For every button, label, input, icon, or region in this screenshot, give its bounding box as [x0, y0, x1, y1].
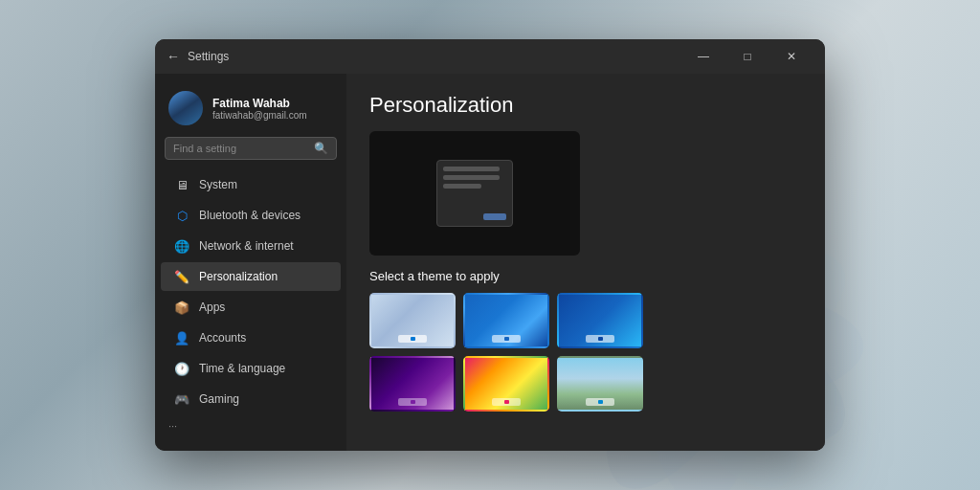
theme-card-dot [598, 337, 603, 341]
preview-window-mock [436, 160, 513, 227]
network-icon: 🌐 [174, 238, 189, 254]
window-controls: — □ ✕ [681, 39, 813, 74]
theme-preview [369, 131, 580, 256]
avatar-image [168, 91, 203, 125]
accounts-icon: 👤 [174, 330, 189, 345]
theme-card-1-img [371, 295, 454, 346]
window-title: Settings [188, 50, 681, 63]
preview-line-1 [443, 167, 500, 171]
sidebar-item-system-label: System [199, 178, 237, 191]
sidebar-item-bluetooth-label: Bluetooth & devices [199, 209, 301, 222]
sidebar-item-accounts[interactable]: 👤 Accounts [161, 323, 341, 352]
search-box[interactable]: 🔍 [165, 137, 337, 160]
search-icon: 🔍 [314, 142, 328, 155]
theme-card-6-bar [586, 398, 614, 406]
user-info: Fatima Wahab fatiwahab@gmail.com [212, 97, 307, 121]
titlebar: ← Settings — □ ✕ [155, 39, 825, 74]
minimize-button[interactable]: — [681, 39, 725, 74]
personalization-icon: ✏️ [174, 269, 189, 284]
theme-card-2[interactable] [463, 293, 549, 348]
sidebar-item-time[interactable]: 🕐 Time & language [161, 354, 341, 383]
search-input[interactable] [173, 143, 308, 154]
theme-card-3-bar [586, 335, 614, 343]
sidebar: Fatima Wahab fatiwahab@gmail.com 🔍 🖥 Sys… [155, 74, 346, 451]
apps-icon: 📦 [174, 300, 189, 315]
maximize-button[interactable]: □ [725, 39, 769, 74]
theme-card-6[interactable] [557, 356, 643, 412]
settings-window: ← Settings — □ ✕ Fatima Wahab fatiwahab@… [155, 39, 825, 451]
theme-card-dot [504, 400, 509, 404]
theme-card-5-img [465, 358, 547, 410]
theme-card-dot [411, 400, 415, 404]
preview-button-mock [483, 213, 506, 220]
theme-card-3-img [559, 295, 641, 346]
theme-card-6-img [559, 358, 641, 410]
sidebar-item-network[interactable]: 🌐 Network & internet [161, 232, 341, 260]
theme-card-3[interactable] [557, 293, 643, 348]
user-name: Fatima Wahab [212, 97, 307, 110]
content-area: Fatima Wahab fatiwahab@gmail.com 🔍 🖥 Sys… [155, 74, 825, 451]
sidebar-item-bluetooth[interactable]: ⬡ Bluetooth & devices [161, 201, 341, 230]
user-email: fatiwahab@gmail.com [212, 110, 307, 121]
close-button[interactable]: ✕ [769, 39, 813, 74]
bluetooth-icon: ⬡ [174, 208, 189, 223]
theme-card-dot [598, 400, 603, 404]
sidebar-item-apps[interactable]: 📦 Apps [161, 293, 341, 322]
sidebar-item-system[interactable]: 🖥 System [161, 170, 341, 199]
preview-line-3 [443, 184, 481, 189]
theme-card-2-bar [492, 335, 521, 343]
user-profile[interactable]: Fatima Wahab fatiwahab@gmail.com [155, 83, 346, 137]
sidebar-item-gaming-label: Gaming [199, 392, 239, 406]
main-panel: Personalization Select a theme to apply [346, 74, 825, 451]
gaming-icon: 🎮 [174, 391, 189, 407]
theme-card-5[interactable] [463, 356, 549, 412]
theme-card-4-img [371, 358, 454, 410]
more-nav: ··· [155, 414, 346, 437]
system-icon: 🖥 [174, 177, 189, 192]
time-icon: 🕐 [174, 361, 189, 376]
sidebar-item-network-label: Network & internet [199, 239, 294, 253]
sidebar-item-personalization[interactable]: ✏️ Personalization [161, 262, 341, 291]
sidebar-item-personalization-label: Personalization [199, 270, 278, 283]
theme-card-4-bar [398, 398, 427, 406]
sidebar-item-gaming[interactable]: 🎮 Gaming [161, 385, 341, 413]
theme-card-5-bar [492, 398, 521, 406]
sidebar-item-time-label: Time & language [199, 362, 285, 375]
theme-card-dot [411, 337, 415, 341]
theme-card-4[interactable] [369, 356, 456, 412]
page-title: Personalization [369, 93, 802, 118]
sidebar-item-accounts-label: Accounts [199, 331, 246, 345]
back-button[interactable]: ← [167, 49, 180, 64]
avatar [168, 91, 203, 125]
preview-line-2 [443, 175, 500, 180]
sidebar-item-apps-label: Apps [199, 301, 225, 314]
theme-card-dot [504, 337, 509, 341]
theme-card-1-bar [398, 335, 427, 343]
theme-grid [369, 293, 802, 412]
theme-card-2-img [465, 295, 547, 346]
theme-card-1[interactable] [369, 293, 456, 348]
select-theme-label: Select a theme to apply [369, 269, 802, 283]
